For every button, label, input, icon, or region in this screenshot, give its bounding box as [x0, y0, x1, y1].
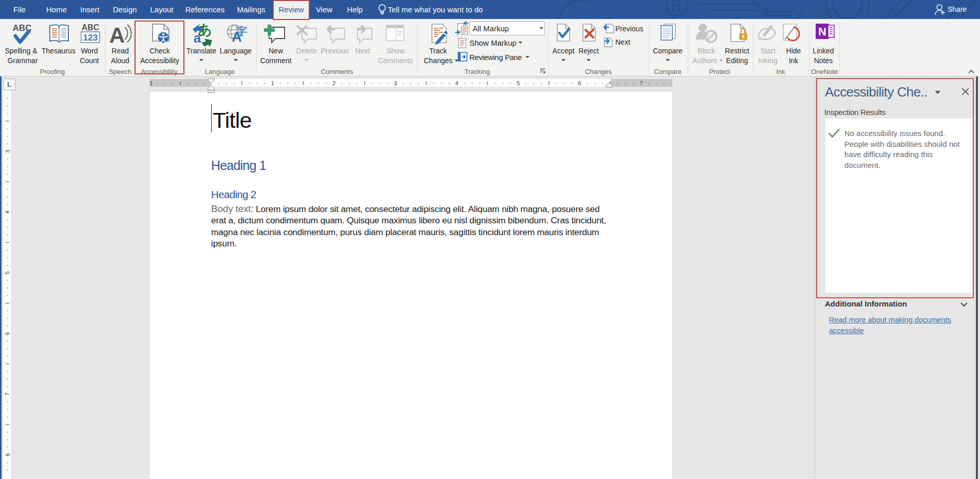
svg-text:字: 字 — [237, 25, 248, 37]
svg-text:6: 6 — [5, 332, 11, 335]
svg-text:ABC: ABC — [82, 23, 100, 32]
svg-text:N: N — [818, 25, 826, 38]
svg-text:4: 4 — [5, 210, 11, 214]
svg-text:7: 7 — [5, 393, 11, 396]
svg-text:A: A — [109, 23, 125, 47]
svg-text:8: 8 — [5, 453, 11, 456]
svg-text:123: 123 — [83, 33, 98, 43]
svg-text:a: a — [194, 30, 201, 46]
svg-text:5: 5 — [5, 271, 11, 274]
svg-text:3: 3 — [5, 150, 11, 153]
